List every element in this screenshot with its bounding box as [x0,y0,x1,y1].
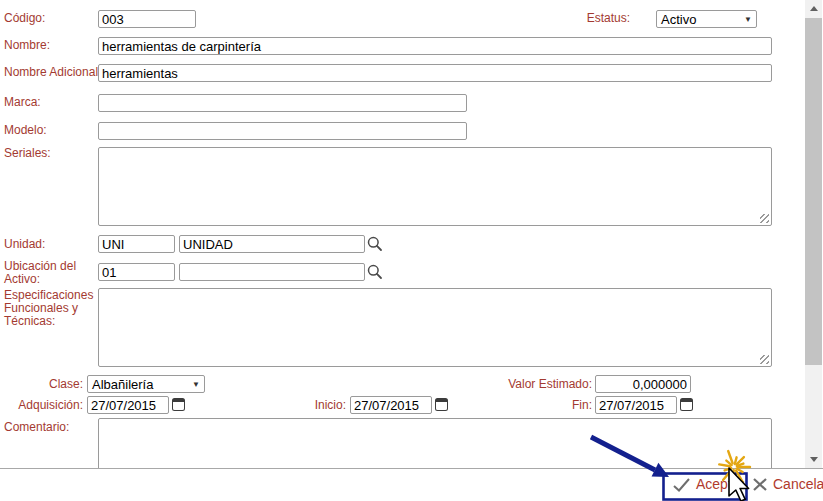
adquisicion-label: Adquisición: [0,399,83,412]
codigo-input[interactable] [98,10,196,28]
check-icon [672,477,691,492]
unidad-label: Unidad: [4,238,45,251]
nombre-input[interactable] [98,37,772,55]
scroll-down-button[interactable] [805,451,822,468]
cancelar-button-label: Cancelar [773,476,823,492]
modelo-input[interactable] [98,122,467,140]
especificaciones-textarea[interactable] [98,288,772,367]
nombre-label: Nombre: [4,39,50,52]
valor-estimado-input[interactable] [595,375,691,393]
clase-select[interactable]: Albañilería ▼ [87,375,205,393]
calendar-icon[interactable] [172,398,185,411]
aceptar-button-label: Aceptar [696,476,744,492]
fin-label: Fin: [520,399,592,412]
codigo-label: Código: [4,12,45,25]
chevron-down-icon: ▼ [744,15,752,24]
unidad-code-input[interactable] [98,235,175,253]
estatus-selected-value: Activo [661,12,696,27]
nombre-adicional-input[interactable] [98,64,772,82]
footer-bar: Aceptar Cancelar [0,468,823,501]
estatus-select[interactable]: Activo ▼ [656,10,757,28]
scroll-up-icon [810,6,818,11]
unidad-name-input[interactable] [179,235,365,253]
marca-label: Marca: [4,96,41,109]
comentario-label: Comentario: [4,421,69,434]
seriales-label: Seriales: [4,147,51,160]
fin-date-input[interactable] [595,396,677,414]
calendar-icon[interactable] [680,398,693,411]
aceptar-button[interactable]: Aceptar [672,476,744,492]
ubicacion-name-input[interactable] [179,263,365,281]
clase-selected-value: Albañilería [92,377,153,392]
valor-estimado-label: Valor Estimado: [470,378,592,391]
search-icon[interactable] [366,235,384,253]
x-icon [752,477,768,492]
clase-label: Clase: [0,378,83,391]
ubicacion-label: Ubicación del Activo: [4,260,94,286]
scrollbar-thumb[interactable] [805,18,822,365]
ubicacion-code-input[interactable] [98,263,175,281]
seriales-textarea[interactable] [98,147,772,226]
asset-form-window: Código: Estatus: Activo ▼ Nombre: Nombre… [0,0,823,501]
inicio-date-input[interactable] [350,396,432,414]
marca-input[interactable] [98,94,467,112]
search-icon[interactable] [366,263,384,281]
inicio-label: Inicio: [260,399,346,412]
scroll-down-icon [810,457,818,462]
estatus-label: Estatus: [560,12,630,25]
adquisicion-date-input[interactable] [87,396,169,414]
chevron-down-icon: ▼ [192,380,200,389]
cancelar-button[interactable]: Cancelar [752,476,823,492]
modelo-label: Modelo: [4,124,47,137]
especificaciones-label: Especificaciones Funcionales y Técnicas: [4,289,100,328]
nombre-adicional-label: Nombre Adicional: [4,66,101,79]
scroll-up-button[interactable] [805,0,822,17]
calendar-icon[interactable] [435,398,448,411]
